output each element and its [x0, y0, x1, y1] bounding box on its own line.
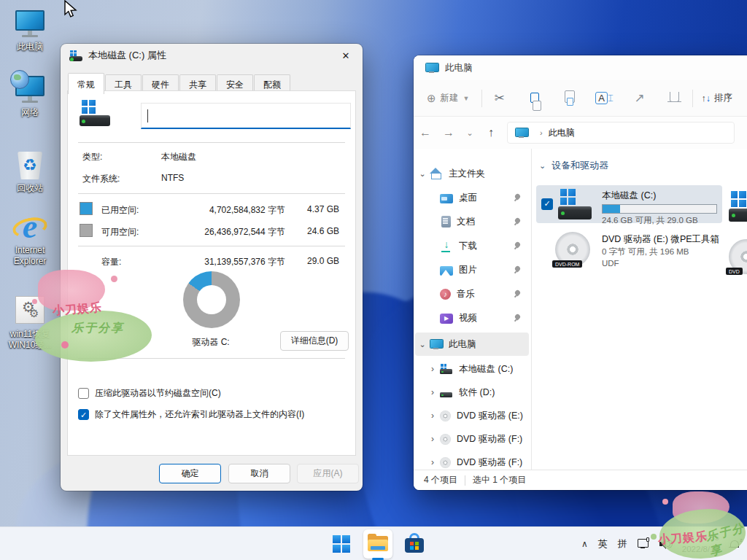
desktop-icon-network[interactable]: 网络	[0, 74, 60, 118]
tray-time: 14:55	[682, 532, 719, 544]
chevron-expanded-icon[interactable]: ⌄	[415, 340, 430, 349]
share-icon[interactable]: ↗	[622, 90, 657, 106]
desktop-icon-win11-restore[interactable]: ⚙⚙ win11恢复 WIN10经...	[0, 296, 60, 351]
nav-home[interactable]: ⌄ 主文件夹	[415, 162, 529, 185]
cancel-button[interactable]: 取消	[228, 464, 290, 483]
disk-usage-pie-chart	[183, 271, 240, 328]
copy-icon[interactable]	[517, 91, 552, 106]
breadcrumb[interactable]: › 此电脑	[507, 122, 735, 144]
capacity-bytes: 31,139,557,376 字节	[170, 256, 285, 268]
compress-checkbox[interactable]	[78, 388, 89, 399]
network-icon[interactable]	[638, 539, 649, 548]
volume-icon[interactable]	[659, 539, 672, 549]
nav-drive-d[interactable]: › 软件 (D:)	[415, 381, 529, 404]
devices-and-drives-section-header[interactable]: ⌄ 设备和驱动器	[539, 159, 608, 172]
free-space-legend-swatch	[80, 224, 93, 237]
chevron-collapsed-icon[interactable]: ›	[425, 434, 440, 444]
sort-arrows-icon: ↑↓	[702, 93, 711, 104]
desktop-icon-this-pc[interactable]: 此电脑	[0, 9, 60, 52]
chevron-expanded-icon: ⌄	[539, 161, 546, 171]
apply-button[interactable]: 应用(A)	[297, 464, 359, 483]
cut-icon[interactable]: ✂	[482, 90, 517, 106]
paste-icon[interactable]	[552, 90, 587, 106]
taskbar: ∧ 英 拼 14:55 2022/8/12 z	[0, 526, 747, 560]
desktop-icon-label: 回收站	[0, 183, 60, 194]
selected-checkbox[interactable]: ✓	[541, 198, 553, 210]
folder-icon	[368, 536, 388, 552]
nav-pictures[interactable]: 图片	[415, 258, 529, 281]
sort-button[interactable]: ↑↓ 排序	[693, 92, 733, 104]
nav-music[interactable]: ♪ 音乐	[415, 282, 529, 306]
nav-documents[interactable]: 文档	[415, 210, 529, 233]
nav-dvd-f2[interactable]: › DVD 驱动器 (F:)	[415, 451, 529, 470]
chevron-expanded-icon[interactable]: ⌄	[415, 169, 430, 179]
taskbar-clock[interactable]: 14:55 2022/8/12	[682, 532, 719, 555]
index-contents-checkbox-row[interactable]: ✓ 除了文件属性外，还允许索引此驱动器上文件的内容(I)	[78, 408, 304, 421]
chevron-collapsed-icon[interactable]: ›	[425, 411, 440, 421]
dvd-icon: DVD-ROM	[555, 232, 590, 267]
details-button[interactable]: 详细信息(D)	[280, 331, 349, 351]
properties-dialog: 本地磁盘 (C:) 属性 ✕ 常规 工具 硬件 共享 安全 配额 类型: 本地磁…	[61, 44, 363, 491]
explorer-statusbar: 4 个项目 选中 1 个项目	[414, 470, 747, 490]
explorer-window: 此电脑 ⊕ 新建 ▼ ✂ A⌶ ↗ ↑↓ 排序 ←	[414, 55, 747, 490]
this-pc-icon	[425, 62, 438, 74]
dvd-rom-label: DVD-ROM	[552, 260, 582, 268]
dvd-name: DVD 驱动器 (E:) 微PE工具箱	[602, 233, 719, 246]
nav-drive-c[interactable]: › 本地磁盘 (C:)	[415, 357, 529, 381]
volume-label-input[interactable]	[141, 103, 351, 129]
drive-c-tile[interactable]: ✓ 本地磁盘 (C:) 24.6 GB 可用, 共 29.0 GB	[536, 185, 722, 223]
chevron-collapsed-icon[interactable]: ›	[425, 457, 440, 467]
chevron-collapsed-icon[interactable]: ›	[425, 364, 440, 374]
nav-dvd-f[interactable]: › DVD 驱动器 (F:)	[415, 427, 529, 451]
pin-icon	[514, 266, 522, 273]
ime-language-indicator[interactable]: 英	[598, 537, 608, 551]
explorer-titlebar[interactable]: 此电脑	[414, 55, 747, 80]
dialog-titlebar[interactable]: 本地磁盘 (C:) 属性	[61, 44, 363, 67]
selected-count: 选中 1 个项目	[473, 474, 526, 486]
used-space-label: 已用空间:	[101, 204, 139, 217]
drive-icon	[440, 386, 453, 398]
tab-general[interactable]: 常规	[68, 73, 104, 94]
nav-downloads[interactable]: ↓ 下载	[415, 234, 529, 257]
back-icon[interactable]: ←	[414, 126, 437, 139]
rename-icon[interactable]: A⌶	[587, 93, 622, 104]
desktop-icon-label: 此电脑	[0, 42, 60, 52]
this-pc-icon	[430, 338, 443, 350]
compress-drive-checkbox-row[interactable]: 压缩此驱动器以节约磁盘空间(C)	[78, 387, 221, 400]
nav-videos[interactable]: ▶ 视频	[415, 306, 529, 330]
index-checkbox[interactable]: ✓	[78, 409, 89, 420]
dialog-title: 本地磁盘 (C:) 属性	[88, 49, 166, 62]
documents-icon	[441, 216, 451, 228]
tray-overflow-chevron-icon[interactable]: ∧	[581, 539, 588, 549]
used-space-bytes: 4,702,584,832 字节	[170, 204, 285, 217]
capacity-label: 容量:	[101, 256, 121, 268]
videos-icon: ▶	[440, 314, 453, 324]
dvd-e-tile[interactable]: DVD-ROM DVD 驱动器 (E:) 微PE工具箱 0 字节 可用, 共 1…	[536, 229, 722, 271]
desktop-icon-recycle-bin[interactable]: ♻ 回收站	[0, 150, 60, 194]
new-button[interactable]: ⊕ 新建 ▼	[414, 92, 481, 105]
network-icon	[13, 74, 47, 105]
pin-icon	[514, 194, 522, 201]
taskbar-store-button[interactable]	[400, 529, 429, 559]
chevron-down-icon: ▼	[463, 95, 470, 102]
nav-desktop[interactable]: 桌面	[415, 186, 529, 209]
nav-this-pc[interactable]: ⌄ 此电脑	[415, 332, 529, 356]
pin-icon	[514, 218, 522, 225]
dvd-icon	[440, 457, 451, 468]
desktop-icon-internet-explorer[interactable]: e Internet Explorer	[0, 212, 60, 267]
delete-icon[interactable]	[657, 91, 692, 106]
history-chevron-icon[interactable]: ⌄	[460, 128, 479, 138]
ime-pinyin-indicator[interactable]: 拼	[618, 537, 627, 551]
close-icon[interactable]: ✕	[329, 44, 363, 67]
breadcrumb-item[interactable]: 此电脑	[549, 127, 575, 139]
nav-dvd-e[interactable]: › DVD 驱动器 (E:)	[415, 404, 529, 427]
notification-bell-icon[interactable]: z	[729, 539, 740, 549]
forward-icon[interactable]: →	[437, 126, 460, 139]
drive-icon-large	[80, 100, 110, 126]
ok-button[interactable]: 确定	[159, 464, 221, 483]
start-button[interactable]	[327, 529, 356, 559]
taskbar-file-explorer-button[interactable]	[363, 529, 392, 559]
desktop-icon-label: Internet Explorer	[0, 245, 60, 267]
chevron-collapsed-icon[interactable]: ›	[425, 387, 440, 397]
up-icon[interactable]: ↑	[479, 126, 503, 139]
